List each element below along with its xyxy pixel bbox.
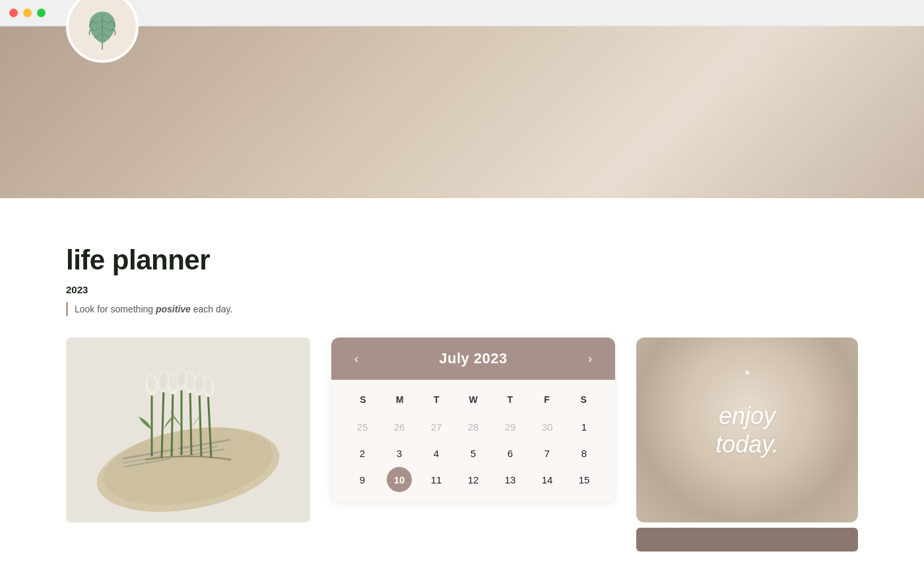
calendar-weekdays: S M T W T F S xyxy=(345,390,602,409)
svg-line-21 xyxy=(172,389,173,456)
photo-column xyxy=(66,338,310,522)
monstera-leaf-icon xyxy=(79,3,125,50)
weekday-thu: T xyxy=(492,390,529,409)
motivational-text: enjoy today. xyxy=(702,402,791,458)
motivational-column: enjoy today. xyxy=(636,338,858,552)
weekday-mon: M xyxy=(381,390,418,409)
calendar-days: 25 26 27 28 29 30 1 2 3 4 5 6 7 xyxy=(345,414,602,492)
tulips-photo xyxy=(66,338,310,522)
calendar-day[interactable]: 27 xyxy=(424,414,449,439)
svg-line-23 xyxy=(190,388,191,455)
hero-banner xyxy=(0,26,924,198)
main-content: life planner 2023 Look for something pos… xyxy=(0,244,924,552)
weekday-wed: W xyxy=(455,390,492,409)
calendar-day[interactable]: 12 xyxy=(461,467,486,492)
calendar-day[interactable]: 26 xyxy=(387,414,412,439)
calendar-day[interactable]: 25 xyxy=(350,414,375,439)
calendar-next-button[interactable]: › xyxy=(581,349,599,368)
quote-bar xyxy=(66,302,68,316)
motiv-dot xyxy=(745,371,749,374)
content-columns: ‹ July 2023 › S M T W T F S xyxy=(66,338,858,552)
calendar-header: ‹ July 2023 › xyxy=(331,338,615,380)
calendar-day[interactable]: 1 xyxy=(572,414,597,439)
calendar-day[interactable]: 30 xyxy=(535,414,560,439)
avatar-container xyxy=(66,0,139,63)
calendar-body: S M T W T F S 25 26 27 28 29 xyxy=(331,380,615,503)
weekday-sun: S xyxy=(345,390,381,409)
motivational-button[interactable] xyxy=(636,528,858,552)
year-label: 2023 xyxy=(66,284,858,295)
calendar-day[interactable]: 9 xyxy=(350,467,375,492)
weekday-tue: T xyxy=(418,390,455,409)
minimize-button-dot[interactable] xyxy=(23,9,32,17)
calendar-day[interactable]: 2 xyxy=(350,441,375,466)
tulips-photo-svg xyxy=(66,338,310,522)
page-title: life planner xyxy=(66,244,858,276)
calendar-prev-button[interactable]: ‹ xyxy=(347,349,366,368)
motivational-card: enjoy today. xyxy=(636,338,858,522)
calendar-widget: ‹ July 2023 › S M T W T F S xyxy=(331,338,615,503)
maximize-button-dot[interactable] xyxy=(37,9,46,17)
calendar-day[interactable]: 15 xyxy=(572,467,597,492)
calendar-day[interactable]: 5 xyxy=(461,441,486,466)
calendar-day[interactable]: 4 xyxy=(424,441,449,466)
calendar-day[interactable]: 8 xyxy=(572,441,597,466)
avatar xyxy=(66,0,139,63)
calendar-day[interactable]: 3 xyxy=(387,441,412,466)
close-button-dot[interactable] xyxy=(9,9,18,17)
calendar-month-title: July 2023 xyxy=(439,350,508,367)
calendar-day[interactable]: 14 xyxy=(535,467,560,492)
calendar-day[interactable]: 11 xyxy=(424,467,449,492)
calendar-day[interactable]: 29 xyxy=(498,414,523,439)
calendar-day[interactable]: 13 xyxy=(498,467,523,492)
quote-text: Look for something positive each day. xyxy=(75,304,232,314)
weekday-fri: F xyxy=(529,390,566,409)
calendar-day[interactable]: 28 xyxy=(461,414,486,439)
calendar-day[interactable]: 6 xyxy=(498,441,523,466)
calendar-today[interactable]: 10 xyxy=(387,467,412,492)
window-chrome xyxy=(0,0,924,26)
weekday-sat: S xyxy=(565,390,602,409)
calendar-day[interactable]: 7 xyxy=(535,441,560,466)
calendar-column: ‹ July 2023 › S M T W T F S xyxy=(331,338,615,503)
quote-block: Look for something positive each day. xyxy=(66,302,858,316)
